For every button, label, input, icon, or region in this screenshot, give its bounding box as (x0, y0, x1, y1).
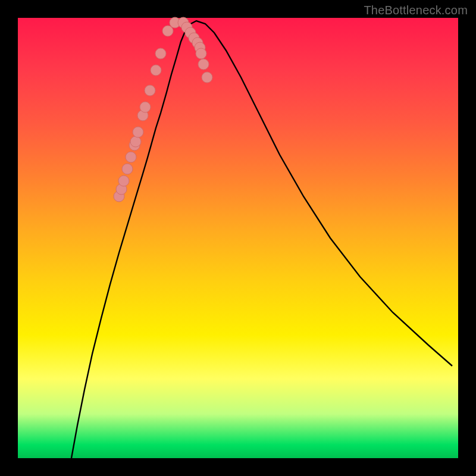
chart-svg (18, 18, 458, 458)
chart-curve (71, 21, 452, 458)
chart-dots-group (114, 17, 212, 202)
chart-dot (140, 102, 151, 112)
watermark-text: TheBottleneck.com (364, 4, 468, 17)
chart-dot (155, 48, 166, 59)
chart-dot (133, 127, 143, 137)
chart-dot (118, 176, 129, 186)
chart-dot (130, 136, 141, 147)
chart-dot (126, 152, 136, 162)
chart-dot (198, 59, 209, 70)
chart-dot (122, 164, 133, 174)
chart-dot (151, 65, 161, 76)
chart-dot (202, 72, 212, 83)
chart-dot (196, 48, 206, 59)
chart-dot (162, 26, 173, 36)
chart-dot (145, 85, 155, 96)
chart-plot-area (18, 18, 458, 458)
